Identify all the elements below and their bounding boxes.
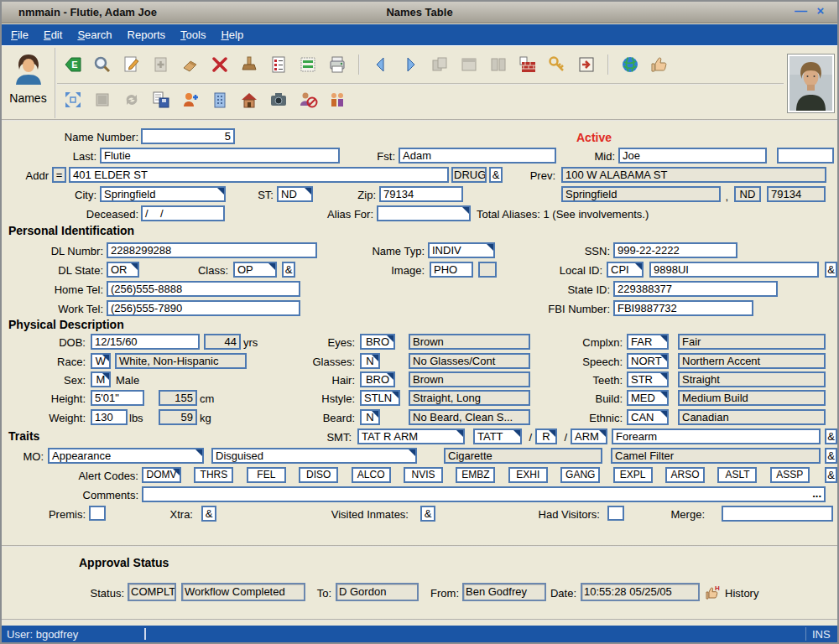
menu-search[interactable]: Search: [70, 29, 119, 41]
home-tel-field[interactable]: (256)555-8888: [107, 281, 300, 297]
name-type-field[interactable]: INDIV: [428, 242, 495, 258]
weight-field[interactable]: 130: [91, 409, 128, 425]
state-field[interactable]: ND: [277, 186, 313, 202]
alert-code-arso[interactable]: ARSO: [665, 467, 705, 483]
stamp-icon[interactable]: [238, 54, 260, 75]
name-number-field[interactable]: 5: [141, 128, 235, 144]
had-visitors-checkbox[interactable]: [607, 506, 624, 521]
speech-code-field[interactable]: NORT: [627, 353, 669, 369]
work-tel-field[interactable]: (256)555-7890: [107, 300, 300, 316]
suffix-field[interactable]: [777, 148, 834, 164]
search-icon[interactable]: [91, 54, 113, 75]
print-icon[interactable]: [326, 54, 348, 75]
dl-number-field[interactable]: 2288299288: [107, 242, 317, 258]
comments-expand-button[interactable]: ...: [812, 488, 821, 499]
add-person-icon[interactable]: [180, 89, 201, 111]
sex-code-field[interactable]: M: [91, 371, 111, 387]
house-icon[interactable]: [238, 89, 260, 111]
dl-class-field[interactable]: OP: [233, 262, 277, 278]
smt-location-field[interactable]: ARM: [571, 428, 607, 444]
alert-code-gang[interactable]: GANG: [560, 467, 600, 483]
alert-code-exhi[interactable]: EXHI: [508, 467, 548, 483]
deceased-date-field[interactable]: / /: [141, 205, 225, 221]
alert-code-fel[interactable]: FEL: [247, 467, 286, 483]
ssn-field[interactable]: 999-22-2222: [613, 242, 737, 258]
person-block-icon[interactable]: [297, 89, 319, 111]
close-button[interactable]: ×: [812, 3, 829, 18]
menu-file[interactable]: File: [3, 29, 36, 41]
alias-for-field[interactable]: [377, 205, 471, 221]
smt-side-field[interactable]: R: [535, 428, 557, 444]
local-id-more-button[interactable]: &: [825, 262, 837, 278]
complexion-code-field[interactable]: FAR: [627, 334, 669, 350]
add-gray-icon[interactable]: [150, 54, 172, 75]
ethnic-code-field[interactable]: CAN: [627, 409, 669, 425]
fit-screen-icon[interactable]: [62, 89, 84, 111]
glasses-code-field[interactable]: N: [360, 353, 380, 369]
xtra-button[interactable]: &: [201, 506, 216, 522]
camera-icon[interactable]: [268, 89, 289, 111]
delete-icon[interactable]: [209, 54, 231, 75]
people-icon[interactable]: [326, 89, 348, 111]
dob-field[interactable]: 12/15/60: [91, 334, 200, 350]
firewall-icon[interactable]: [517, 54, 539, 75]
menu-reports[interactable]: Reports: [120, 29, 174, 41]
edit-icon[interactable]: [121, 54, 143, 75]
address-equals-button[interactable]: =: [52, 167, 66, 183]
beard-code-field[interactable]: N: [360, 409, 380, 425]
teeth-code-field[interactable]: STR: [627, 371, 669, 387]
menu-help[interactable]: Help: [213, 29, 251, 41]
dl-state-field[interactable]: OR: [107, 262, 139, 278]
menu-tools[interactable]: Tools: [173, 29, 213, 41]
street-address-field[interactable]: 401 ELDER ST: [69, 167, 449, 183]
smt-field[interactable]: TAT R ARM: [357, 428, 465, 444]
next-arrow-icon[interactable]: [399, 54, 421, 75]
globe-icon[interactable]: [619, 54, 641, 75]
alert-code-diso[interactable]: DISO: [299, 467, 338, 483]
first-name-field[interactable]: Adam: [399, 148, 556, 164]
alert-code-alco[interactable]: ALCO: [352, 467, 391, 483]
height-field[interactable]: 5'01": [91, 390, 144, 406]
hair-code-field[interactable]: BRO: [360, 371, 395, 387]
copy-gray-icon[interactable]: [429, 54, 451, 75]
prev-arrow-icon[interactable]: [370, 54, 392, 75]
key-icon[interactable]: [546, 54, 568, 75]
window-gray-icon[interactable]: [458, 54, 480, 75]
refresh-gray-icon[interactable]: [121, 89, 143, 111]
state-id-field[interactable]: 229388377: [613, 281, 778, 297]
hstyle-code-field[interactable]: STLN: [360, 390, 400, 406]
alert-code-thrs[interactable]: THRS: [194, 467, 233, 483]
race-code-field[interactable]: W: [91, 353, 111, 369]
history-link[interactable]: History: [725, 587, 767, 600]
media-gray-icon[interactable]: [487, 54, 509, 75]
smt-type-field[interactable]: TATT: [473, 428, 522, 444]
smt-more-button[interactable]: &: [825, 428, 837, 444]
zip-field[interactable]: 79134: [379, 186, 463, 202]
alert-code-embz[interactable]: EMBZ: [456, 467, 495, 483]
mo-category-field[interactable]: Appearance: [48, 448, 204, 464]
alert-code-aslt[interactable]: ASLT: [717, 467, 757, 483]
checklist-icon[interactable]: [268, 54, 289, 75]
last-name-field[interactable]: Flutie: [100, 148, 340, 164]
premis-checkbox[interactable]: [89, 506, 106, 521]
save-disk-icon[interactable]: [150, 89, 172, 111]
alert-code-assp[interactable]: ASSP: [770, 467, 810, 483]
building-icon[interactable]: [209, 89, 231, 111]
visited-inmates-button[interactable]: &: [420, 506, 435, 522]
exit-door-icon[interactable]: [576, 54, 597, 75]
fbi-number-field[interactable]: FBI9887732: [613, 300, 753, 316]
panel-gray-icon[interactable]: [91, 89, 113, 111]
eraser-icon[interactable]: [180, 54, 201, 75]
menu-edit[interactable]: Edit: [36, 29, 70, 41]
middle-name-field[interactable]: Joe: [618, 148, 767, 164]
alert-code-domv[interactable]: DOMV: [142, 467, 181, 483]
alert-codes-more-button[interactable]: &: [825, 467, 837, 483]
alert-code-expl[interactable]: EXPL: [613, 467, 653, 483]
minimize-button[interactable]: —: [792, 3, 809, 18]
thumbs-up-icon[interactable]: [649, 54, 670, 75]
alert-code-nvis[interactable]: NVIS: [404, 467, 443, 483]
city-field[interactable]: Springfield: [100, 186, 226, 202]
list-green-icon[interactable]: [297, 54, 319, 75]
build-code-field[interactable]: MED: [627, 390, 669, 406]
dl-class-more-button[interactable]: &: [282, 262, 295, 278]
